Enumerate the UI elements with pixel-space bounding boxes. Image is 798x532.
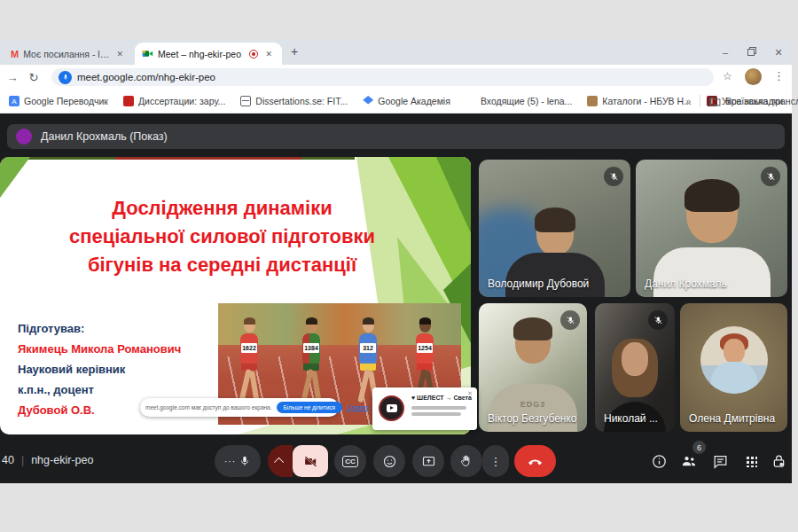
reactions-button[interactable]	[373, 445, 405, 477]
participant-name: Віктор Безгубенко	[488, 412, 577, 425]
profile-photo-avatar	[700, 326, 768, 394]
bookmark-label: Google Переводчик	[24, 96, 108, 106]
slide-title-line: спеціальної силової підготовки	[0, 223, 444, 251]
bookmarks-bar: AGoogle Переводчик Диссертации: зару... …	[0, 90, 792, 113]
bookmark-star-icon[interactable]: ☆	[723, 70, 732, 82]
captions-button[interactable]: CC	[334, 445, 366, 477]
bookmarks-overflow-icon[interactable]: »	[685, 96, 691, 106]
browser-window: M Моє посилання - lenashin196 ✕ Meet – n…	[0, 40, 792, 483]
divider: |	[21, 454, 24, 466]
presenter-banner: Данил Крохмаль (Показ)	[7, 124, 785, 149]
participant-tile[interactable]: Володимир Дубовой	[479, 160, 630, 297]
tab-gmail[interactable]: M Моє посилання - lenashin196 ✕	[4, 43, 133, 65]
participant-tile[interactable]: Николай ...	[595, 303, 675, 432]
chat-button[interactable]	[709, 450, 731, 472]
meet-content: Данил Крохмаль (Показ)	[0, 113, 792, 483]
bookmark-catalogs[interactable]: Каталоги - НБУВ Н...	[587, 96, 692, 106]
tab-title: Meet – nhg-ekir-peo	[158, 49, 245, 59]
slide-title-line: Дослідження динаміки	[0, 194, 444, 223]
presenter-name: Данил Крохмаль (Показ)	[41, 130, 168, 143]
gmail-icon: M	[11, 49, 19, 59]
presenter-avatar	[16, 129, 32, 145]
participant-tile[interactable]: Олена Дмитрівна	[680, 303, 787, 432]
folder-icon	[709, 97, 721, 106]
bookmark-dissertations[interactable]: Диссертации: зару...	[123, 96, 225, 106]
slide-title-line: бігунів на середні дистанції	[0, 251, 444, 279]
raise-hand-button[interactable]	[450, 445, 482, 477]
bib-number: 312	[360, 343, 376, 353]
share-message: meet.google.com має доступ до вашого екр…	[145, 404, 272, 411]
bib-number: 1254	[417, 343, 433, 353]
hide-share-bar-link[interactable]: Сховати	[347, 404, 369, 411]
participant-name: Олена Дмитрівна	[689, 412, 775, 425]
bookmark-translate[interactable]: AGoogle Переводчик	[9, 96, 108, 106]
media-notification-popup: ♥ ШЕЛЕСТ → Света ✕	[372, 387, 477, 430]
end-call-button[interactable]	[514, 445, 556, 477]
address-bar[interactable]: meet.google.com/nhg-ekir-peo	[51, 68, 714, 86]
bib-number: 1622	[241, 343, 257, 353]
document-icon	[123, 96, 134, 106]
meet-control-bar: 40 | nhg-ekir-peo ···	[0, 439, 792, 483]
tab-meet[interactable]: Meet – nhg-ekir-peo ✕	[135, 43, 282, 65]
forward-button[interactable]: →	[2, 71, 23, 84]
new-tab-button[interactable]: +	[291, 44, 298, 59]
end-call-icon	[527, 453, 544, 470]
tab-close-icon[interactable]: ✕	[262, 49, 275, 59]
minimize-button[interactable]: –	[712, 47, 739, 58]
supervisor-degree: к.п.н., доцент	[18, 379, 181, 400]
browser-toolbar: → ↻ meet.google.com/nhg-ekir-peo ☆ ⋮	[0, 65, 792, 90]
window-controls: – ✕	[712, 40, 792, 65]
participant-tile[interactable]: Данил Крохмаль	[636, 160, 787, 297]
tab-close-icon[interactable]: ✕	[113, 49, 126, 59]
clock-text: 40	[2, 454, 14, 466]
bookmark-scholar[interactable]: Google Академія	[363, 96, 450, 106]
reload-button[interactable]: ↻	[23, 71, 44, 84]
participant-name: Николай ...	[604, 412, 658, 425]
notification-text-line	[411, 412, 461, 416]
participant-tile[interactable]: EDG3 Віктор Безгубенко	[479, 303, 587, 432]
camera-off-icon	[303, 454, 318, 469]
tab-media-icon	[59, 71, 72, 84]
meeting-info: 40 | nhg-ekir-peo	[2, 454, 93, 466]
profile-avatar[interactable]	[745, 68, 762, 85]
mic-button[interactable]: ···	[215, 445, 261, 477]
camera-options-button[interactable]	[268, 445, 293, 477]
present-screen-icon	[421, 454, 436, 469]
notification-close-icon[interactable]: ✕	[467, 390, 473, 397]
notification-text-line	[411, 406, 466, 410]
more-options-button[interactable]: ⋮	[482, 445, 509, 477]
all-bookmarks-button[interactable]: Все закладки	[709, 96, 783, 106]
meeting-code: nhg-ekir-peo	[31, 454, 93, 466]
mic-options-icon[interactable]: ···	[224, 457, 236, 466]
mic-off-icon	[761, 167, 780, 186]
bookmark-dissertations-se[interactable]: Dissertations.se: FIT...	[240, 96, 348, 106]
browser-menu-icon[interactable]: ⋮	[773, 69, 785, 82]
apps-grid-icon	[746, 456, 757, 467]
screen: M Моє посилання - lenashin196 ✕ Meet – n…	[0, 0, 798, 532]
bookmark-label: Входящие (5) - lena...	[481, 96, 572, 106]
host-controls-button[interactable]	[768, 450, 789, 472]
restore-button[interactable]	[739, 47, 765, 58]
activities-button[interactable]	[740, 450, 762, 472]
close-button[interactable]: ✕	[765, 47, 792, 59]
meeting-details-button[interactable]	[648, 450, 669, 472]
chat-icon	[712, 453, 729, 470]
slide-title: Дослідження динаміки спеціальної силової…	[0, 194, 444, 279]
bookmark-label: Dissertations.se: FIT...	[255, 96, 348, 106]
gmail-icon: M	[466, 96, 476, 106]
bookmark-inbox[interactable]: MВходящие (5) - lena...	[466, 96, 572, 106]
stop-sharing-button[interactable]: Більше не ділитися	[277, 402, 343, 413]
bib-number: 1384	[303, 343, 319, 353]
scholar-icon	[363, 96, 373, 106]
divider	[700, 95, 700, 107]
screen-share-bar: meet.google.com має доступ до вашого екр…	[140, 398, 339, 417]
recording-indicator-icon	[249, 50, 258, 59]
camera-off-button[interactable]	[293, 445, 328, 477]
shirt-text: EDG3	[489, 400, 577, 409]
lock-icon	[771, 453, 787, 470]
present-button[interactable]	[412, 445, 444, 477]
mic-off-icon	[604, 167, 623, 186]
participant-name: Данил Крохмаль	[645, 278, 727, 290]
mic-off-icon	[648, 310, 668, 330]
people-icon	[680, 452, 698, 470]
